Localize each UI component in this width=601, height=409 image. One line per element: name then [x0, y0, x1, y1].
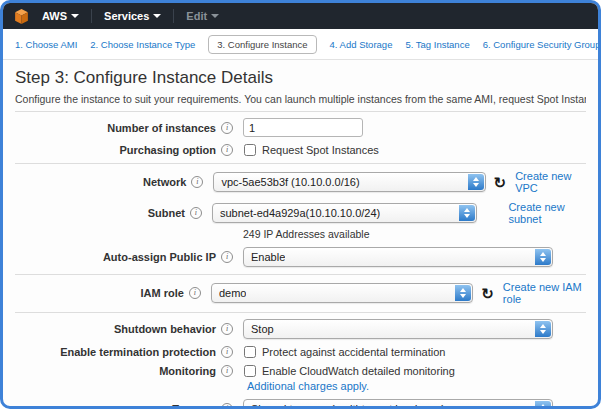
cloudwatch-monitoring-checkbox[interactable] [244, 365, 256, 377]
select-arrows-icon [535, 321, 551, 337]
row-termination-protection: Enable termination protection Protect ag… [15, 346, 586, 358]
top-navbar: AWS Services Edit [3, 3, 598, 29]
cloudwatch-monitoring-checkbox-label: Enable CloudWatch detailed monitoring [262, 365, 455, 377]
select-arrows-icon [535, 401, 551, 409]
select-arrows-icon [455, 285, 471, 301]
info-icon[interactable] [221, 122, 233, 134]
subnet-ip-availability-note: 249 IP Addresses available [243, 228, 586, 240]
nav-services-label: Services [104, 10, 149, 22]
auto-assign-public-ip-label: Auto-assign Public IP [103, 251, 216, 263]
network-select-value: vpc-5ae53b3f (10.10.0.0/16) [221, 176, 359, 188]
shutdown-behavior-select[interactable]: Stop [243, 319, 553, 339]
row-purchasing-option: Purchasing option Request Spot Instances [15, 144, 586, 156]
row-iam-role: IAM role demo Create new IAM role [15, 281, 586, 305]
info-icon[interactable] [221, 346, 233, 358]
network-select[interactable]: vpc-5ae53b3f (10.10.0.0/16) [213, 172, 485, 192]
page-description: Configure the instance to suit your requ… [15, 93, 586, 105]
section-divider [15, 163, 586, 164]
network-label: Network [143, 176, 186, 188]
shutdown-behavior-select-value: Stop [251, 323, 274, 335]
termination-protection-checkbox-label: Protect against accidental termination [262, 346, 445, 358]
main-content: Step 3: Configure Instance Details Confi… [3, 60, 598, 409]
row-tenancy: Tenancy Shared tenancy (multi-tenant har… [15, 399, 586, 409]
step-tag-instance[interactable]: 5. Tag Instance [405, 39, 469, 50]
step-add-storage[interactable]: 4. Add Storage [330, 39, 393, 50]
shutdown-behavior-label: Shutdown behavior [114, 323, 216, 335]
number-of-instances-input[interactable] [243, 118, 363, 137]
section-divider [15, 111, 586, 112]
navbar-divider [173, 9, 174, 23]
row-shutdown-behavior: Shutdown behavior Stop [15, 319, 586, 339]
refresh-icon[interactable] [481, 286, 494, 301]
iam-role-select-value: demo [219, 287, 247, 299]
termination-protection-checkbox[interactable] [244, 346, 256, 358]
step-choose-ami[interactable]: 1. Choose AMI [15, 39, 77, 50]
row-network: Network vpc-5ae53b3f (10.10.0.0/16) Crea… [15, 170, 586, 194]
navbar-divider [91, 9, 92, 23]
nav-edit-label: Edit [186, 10, 207, 22]
info-icon[interactable] [221, 144, 233, 156]
row-subnet: Subnet subnet-ed4a929a(10.10.10.0/24) Cr… [15, 201, 586, 225]
row-monitoring: Monitoring Enable CloudWatch detailed mo… [15, 365, 586, 377]
nav-services-menu[interactable]: Services [100, 10, 165, 22]
chevron-down-icon [211, 14, 219, 18]
row-auto-assign-public-ip: Auto-assign Public IP Enable [15, 247, 586, 267]
monitoring-label: Monitoring [159, 365, 216, 377]
termination-protection-label: Enable termination protection [60, 346, 216, 358]
tenancy-label: Tenancy [172, 403, 216, 409]
tenancy-select-value: Shared tenancy (multi-tenant hardware) [251, 403, 445, 409]
select-arrows-icon [468, 174, 484, 190]
request-spot-instances-label: Request Spot Instances [262, 144, 379, 156]
page-title: Step 3: Configure Instance Details [15, 68, 586, 88]
number-of-instances-label: Number of instances [107, 122, 216, 134]
wizard-steps-bar: 1. Choose AMI 2. Choose Instance Type 3.… [3, 29, 598, 60]
iam-role-label: IAM role [141, 287, 184, 299]
select-arrows-icon [535, 249, 551, 265]
create-new-vpc-link[interactable]: Create new VPC [515, 170, 586, 194]
chevron-down-icon [71, 14, 79, 18]
step-configure-security-group[interactable]: 6. Configure Security Group [483, 39, 601, 50]
purchasing-option-label: Purchasing option [119, 144, 216, 156]
info-icon[interactable] [221, 403, 233, 409]
aws-console-window: AWS Services Edit 1. Choose AMI 2. Choos… [0, 0, 601, 409]
info-icon[interactable] [221, 251, 233, 263]
monitoring-additional-charges-link[interactable]: Additional charges apply. [247, 380, 369, 392]
select-arrows-icon [459, 205, 475, 221]
nav-edit-menu[interactable]: Edit [182, 10, 223, 22]
info-icon[interactable] [190, 207, 202, 219]
nav-aws-menu[interactable]: AWS [38, 10, 83, 22]
chevron-down-icon [153, 14, 161, 18]
iam-role-select[interactable]: demo [211, 283, 473, 303]
info-icon[interactable] [191, 176, 203, 188]
nav-aws-label: AWS [42, 10, 67, 22]
subnet-select-value: subnet-ed4a929a(10.10.10.0/24) [220, 207, 380, 219]
aws-cube-logo[interactable] [13, 8, 30, 25]
step-choose-instance-type[interactable]: 2. Choose Instance Type [90, 39, 195, 50]
create-new-subnet-link[interactable]: Create new subnet [508, 201, 586, 225]
refresh-icon[interactable] [494, 175, 507, 190]
auto-assign-public-ip-select[interactable]: Enable [243, 247, 553, 267]
info-icon[interactable] [189, 287, 201, 299]
create-new-iam-role-link[interactable]: Create new IAM role [503, 281, 586, 305]
request-spot-instances-checkbox[interactable] [244, 144, 256, 156]
subnet-select[interactable]: subnet-ed4a929a(10.10.10.0/24) [212, 203, 477, 223]
step-configure-instance[interactable]: 3. Configure Instance [208, 35, 316, 54]
info-icon[interactable] [221, 323, 233, 335]
row-number-of-instances: Number of instances [15, 118, 586, 137]
section-divider [15, 312, 586, 313]
tenancy-select[interactable]: Shared tenancy (multi-tenant hardware) [243, 399, 553, 409]
auto-assign-public-ip-select-value: Enable [251, 251, 285, 263]
info-icon[interactable] [221, 365, 233, 377]
section-divider [15, 274, 586, 275]
subnet-label: Subnet [148, 207, 185, 219]
